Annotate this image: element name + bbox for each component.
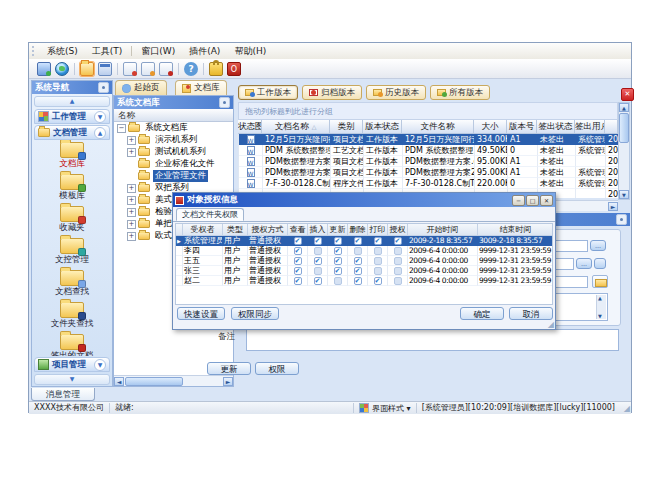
tab-folder-permissions[interactable]: 文档文件夹权限 [176, 208, 244, 221]
tree-item-系统文档库[interactable]: −系统文档库 [114, 122, 233, 134]
chevron-up-icon[interactable]: ▲ [94, 127, 106, 139]
minimize-icon[interactable]: ─ [512, 195, 525, 206]
column-header-开始时间[interactable]: 开始时间 [408, 224, 478, 236]
window-icon[interactable] [98, 62, 112, 76]
column-header-插入[interactable]: 插入 [308, 224, 328, 236]
checkbox-checked[interactable]: ✔ [334, 257, 342, 265]
permission-row[interactable]: ▶系统管理员用户普通授权✔✔✔✔✔✔2009-2-18 8:35:573009-… [176, 236, 552, 246]
nav-section-project[interactable]: 项目管理 ▼ [34, 357, 110, 372]
tab-message-management[interactable]: 消息管理 [31, 388, 95, 401]
sidebar-item-文档查找[interactable]: 文档查找 [32, 270, 112, 300]
column-header-查看[interactable]: 查看 [288, 224, 308, 236]
checkbox-checked[interactable]: ✔ [374, 237, 382, 245]
expand-plus-icon[interactable]: + [127, 184, 136, 193]
chevron-down-icon[interactable]: ▼ [94, 111, 106, 123]
tree-column-header[interactable]: 名称 [114, 109, 233, 122]
checkbox-checked[interactable]: ✔ [354, 257, 362, 265]
scroll-right-icon[interactable]: ► [608, 202, 618, 211]
lock-icon[interactable] [209, 62, 223, 76]
column-header-受权者[interactable]: 受权者 [183, 224, 223, 236]
checkbox-checked[interactable]: ✔ [294, 247, 302, 255]
checkbox-checked[interactable]: ✔ [294, 277, 302, 285]
browse-folder-icon[interactable] [592, 275, 608, 288]
scroll-right-icon[interactable]: ► [223, 377, 233, 386]
menu-window[interactable]: 窗口(W) [134, 44, 182, 59]
quick-setup-button[interactable]: 快速设置 [177, 307, 225, 320]
checkbox-unchecked[interactable] [374, 247, 382, 255]
sidebar-item-文档库[interactable]: 文档库 [32, 142, 112, 172]
expand-plus-icon[interactable]: + [127, 220, 136, 229]
checkbox-unchecked[interactable] [394, 277, 402, 285]
expand-plus-icon[interactable]: + [127, 208, 136, 217]
column-header-版本号[interactable]: 版本号 [507, 120, 537, 134]
checkbox-unchecked[interactable] [314, 247, 322, 255]
column-header-类型[interactable]: 类型 [223, 224, 248, 236]
power-icon[interactable]: O [227, 62, 241, 76]
permission-button[interactable]: 权限 [255, 362, 299, 375]
pin-icon[interactable] [219, 97, 230, 108]
checkbox-unchecked[interactable] [394, 247, 402, 255]
scroll-down-icon[interactable]: ▼ [619, 190, 629, 199]
permission-sync-button[interactable]: 权限同步 [231, 307, 279, 320]
nav-section-work[interactable]: 工作管理 ▼ [34, 109, 110, 124]
checkbox-checked[interactable]: ✔ [294, 237, 302, 245]
column-header-文档名称[interactable]: 文档名称△ [262, 120, 330, 134]
column-header-状态图[interactable]: 状态图 [238, 120, 262, 134]
remark-textarea[interactable] [246, 329, 619, 351]
table-row[interactable]: WPDM 系统数据整理检...工艺文档工作版本PDM 系统数据整理...49.5… [239, 145, 618, 156]
column-header-授权方式[interactable]: 授权方式 [248, 224, 288, 236]
checkbox-unchecked[interactable] [394, 267, 402, 275]
menu-system[interactable]: 系统(S) [40, 44, 85, 59]
checkbox-checked[interactable]: ✔ [294, 257, 302, 265]
checkbox-checked[interactable]: ✔ [314, 257, 322, 265]
ok-button[interactable]: 确定 [460, 307, 504, 320]
maximize-icon[interactable]: □ [526, 195, 539, 206]
column-header-类别[interactable]: 类别 [330, 120, 363, 134]
expand-plus-icon[interactable]: + [127, 196, 136, 205]
nav-section-doc[interactable]: 文档管理 ▲ [34, 125, 110, 140]
column-header-文件名称[interactable]: 文件名称 [402, 120, 474, 134]
column-header-clipped[interactable] [605, 120, 618, 134]
tab-history-version[interactable]: 历史版本 [366, 85, 426, 100]
checkbox-unchecked[interactable] [354, 247, 362, 255]
tree-horizontal-scrollbar[interactable]: ◄ ► [114, 375, 233, 386]
checkbox-checked[interactable]: ✔ [334, 267, 342, 275]
update-button[interactable]: 更新 [207, 362, 251, 375]
table-row[interactable]: WPDM数据整理方案2.doc项目文档工作版本PDM数据整理方案2.doc95.… [239, 167, 618, 178]
checkbox-checked[interactable]: ✔ [294, 267, 302, 275]
checkbox-checked[interactable]: ✔ [334, 247, 342, 255]
sidebar-item-文控管理[interactable]: 文控管理 [32, 238, 112, 268]
help-icon[interactable]: ? [184, 62, 198, 76]
ellipsis-button[interactable]: … [576, 258, 592, 269]
tree-item-企业标准化文件[interactable]: 企业标准化文件 [114, 158, 233, 170]
group-by-bar[interactable]: 拖动列标题到此进行分组 [238, 102, 618, 120]
scroll-left-icon[interactable]: ◄ [114, 377, 124, 386]
tree-item-演示机系列[interactable]: +演示机系列 [114, 134, 233, 146]
scroll-thumb[interactable] [619, 113, 629, 143]
column-header-打印[interactable]: 打印 [368, 224, 388, 236]
ellipsis-button[interactable]: … [590, 240, 606, 251]
checkbox-checked[interactable]: ✔ [334, 237, 342, 245]
scroll-up-icon[interactable]: ▲ [619, 103, 629, 112]
expand-plus-icon[interactable]: + [127, 136, 136, 145]
tree-item-企业管理文件[interactable]: 企业管理文件 [114, 170, 233, 182]
column-header-删除[interactable]: 删除 [348, 224, 368, 236]
resize-grip[interactable]: ◢ [620, 404, 631, 413]
tree-item-测试机机系列[interactable]: +测试机机系列 [114, 146, 233, 158]
sidebar-item-模板库[interactable]: 模板库 [32, 174, 112, 204]
checkbox-unchecked[interactable] [374, 257, 382, 265]
open-folder-icon[interactable] [80, 62, 94, 76]
menu-help[interactable]: 帮助(H) [227, 44, 273, 59]
dialog-title-bar[interactable]: 对象授权信息 ─ □ ✕ [173, 193, 555, 207]
checkbox-unchecked[interactable] [374, 267, 382, 275]
checkbox-unchecked[interactable] [314, 267, 322, 275]
column-header-更新[interactable]: 更新 [328, 224, 348, 236]
sidebar-item-签出的文档[interactable]: 签出的文档 [32, 334, 112, 356]
checkbox-checked[interactable]: ✔ [314, 237, 322, 245]
pin-icon[interactable] [616, 214, 627, 225]
cancel-button[interactable]: 取消 [509, 307, 553, 320]
checkbox-checked[interactable]: ✔ [354, 237, 362, 245]
column-header-授权[interactable]: 授权 [388, 224, 408, 236]
tab-document-library[interactable]: 文档库 [175, 80, 227, 95]
table-row[interactable]: WPDM数据整理方案.doc项目文档工作版本PDM数据整理方案.doc95.00… [239, 156, 618, 167]
